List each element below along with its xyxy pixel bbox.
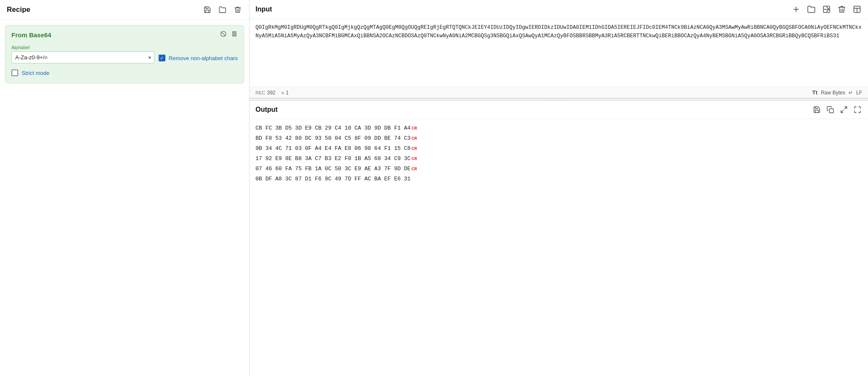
expand-icon bbox=[840, 106, 848, 113]
svg-rect-3 bbox=[235, 32, 236, 36]
clear-input-button[interactable] bbox=[837, 4, 847, 14]
output-content: CB FC 3B D5 3D E9 CB 29 C4 10 CA 3D 9D D… bbox=[250, 119, 868, 376]
recipe-header-icons bbox=[203, 5, 242, 14]
alphabet-select[interactable]: A-Za-z0-9+/= bbox=[11, 51, 154, 64]
newline-arrow-icon: ↵ bbox=[849, 90, 853, 96]
expand-output-button[interactable] bbox=[839, 105, 849, 114]
svg-rect-10 bbox=[830, 109, 834, 113]
cr-badge: CR bbox=[412, 134, 417, 143]
hex-values: 17 92 E9 8E B8 3A C7 B3 E2 F0 1B A5 68 3… bbox=[255, 154, 411, 164]
plus-icon bbox=[792, 5, 800, 14]
layout-toggle-button[interactable] bbox=[852, 4, 862, 14]
strict-mode-checkbox[interactable] bbox=[11, 69, 18, 76]
fullscreen-output-button[interactable] bbox=[853, 105, 862, 114]
open-input-button[interactable] bbox=[806, 4, 816, 14]
save-recipe-button[interactable] bbox=[203, 5, 212, 14]
add-input-button[interactable] bbox=[791, 4, 801, 14]
input-import-button[interactable] bbox=[821, 4, 832, 14]
input-footer-right: Tt Raw Bytes ↵ LF bbox=[812, 89, 862, 96]
copy-icon bbox=[827, 106, 834, 113]
alphabet-label: Alphabet bbox=[11, 45, 154, 50]
save-icon bbox=[203, 6, 211, 14]
cr-badge: CR bbox=[412, 155, 417, 163]
line-count-stat: ≡ 1 bbox=[281, 90, 288, 96]
remove-non-alpha-checkbox[interactable]: ✓ bbox=[159, 55, 165, 61]
remove-non-alpha-label[interactable]: Remove non-alphabet chars bbox=[169, 55, 238, 61]
hex-line: 0B DF A8 3C 87 D1 F6 9C 49 7D FF AC BA E… bbox=[255, 174, 862, 184]
trash-icon bbox=[234, 6, 242, 14]
line-count-value: 1 bbox=[286, 90, 289, 96]
newline-value: LF bbox=[856, 90, 862, 96]
cr-badge: CR bbox=[412, 165, 417, 173]
recipe-header: Recipe bbox=[0, 0, 249, 20]
hex-line: 07 46 60 FA 75 FB 1A 0C 50 3C E9 AE A3 7… bbox=[255, 164, 862, 174]
alphabet-wrapper: Alphabet A-Za-z0-9+/= ▾ bbox=[11, 45, 154, 64]
open-folder-button[interactable] bbox=[218, 5, 227, 14]
pause-operation-button[interactable] bbox=[231, 30, 238, 39]
left-panel: Recipe From Base64 bbox=[0, 0, 250, 376]
operation-title: From Base64 bbox=[11, 31, 51, 39]
remove-non-alpha-row: ✓ Remove non-alphabet chars bbox=[159, 55, 238, 61]
hex-line: 17 92 E9 8E B8 3A C7 B3 E2 F0 1B A5 68 3… bbox=[255, 154, 862, 164]
cr-badge: CR bbox=[412, 124, 417, 133]
operation-header: From Base64 bbox=[11, 30, 238, 39]
output-header-icons bbox=[812, 105, 862, 114]
operation-control-icons bbox=[220, 30, 238, 39]
output-section: Output CB FC 3B D5 3D E9 CB 29 C4 10 CA … bbox=[250, 101, 868, 376]
save-output-icon bbox=[813, 106, 821, 113]
copy-output-button[interactable] bbox=[826, 105, 835, 114]
encoding-value: Raw Bytes bbox=[821, 90, 845, 96]
rec-count-stat: REC 392 bbox=[255, 90, 275, 96]
hex-values: BD F8 53 42 80 DC 93 50 04 C5 8F 09 DD B… bbox=[255, 133, 411, 144]
pause-icon bbox=[231, 30, 238, 37]
layout-icon bbox=[853, 5, 861, 14]
output-header: Output bbox=[250, 101, 868, 119]
operation-card: From Base64 Alphabet A-Za-z0-9+/= ▾ bbox=[5, 25, 244, 83]
line-icon: ≡ bbox=[281, 90, 284, 95]
strict-mode-row: Strict mode bbox=[11, 69, 238, 76]
input-content[interactable]: Q0IgRkMgM0IgRDUgM0QgRTkgQ0IgMjkgQzQgMTAg… bbox=[250, 19, 868, 87]
input-text: Q0IgRkMgM0IgRDUgM0QgRTkgQ0IgMjkgQzQgMTAg… bbox=[255, 25, 862, 39]
tt-icon: Tt bbox=[812, 89, 817, 96]
delete-recipe-button[interactable] bbox=[233, 5, 242, 14]
rec-count-value: 392 bbox=[267, 90, 275, 96]
svg-rect-2 bbox=[233, 32, 234, 36]
disable-operation-button[interactable] bbox=[220, 30, 227, 39]
checkmark-icon: ✓ bbox=[160, 56, 164, 61]
rec-icon: REC bbox=[255, 90, 265, 95]
folder-open-icon bbox=[807, 5, 816, 14]
hex-line: CB FC 3B D5 3D E9 CB 29 C4 10 CA 3D 9D D… bbox=[255, 123, 862, 133]
hex-values: 07 46 60 FA 75 FB 1A 0C 50 3C E9 AE A3 7… bbox=[255, 164, 411, 174]
alphabet-select-container: A-Za-z0-9+/= ▾ bbox=[11, 51, 154, 64]
recipe-title: Recipe bbox=[7, 6, 30, 14]
import-icon bbox=[822, 5, 831, 14]
hex-values: CB FC 3B D5 3D E9 CB 29 C4 10 CA 3D 9D D… bbox=[255, 123, 411, 133]
svg-line-11 bbox=[845, 107, 847, 109]
input-title: Input bbox=[255, 6, 272, 13]
alphabet-field-row: Alphabet A-Za-z0-9+/= ▾ ✓ Remove non-alp… bbox=[11, 45, 238, 64]
trash-input-icon bbox=[838, 5, 846, 14]
hex-values: 9B 34 4C 71 03 0F A4 E4 FA E8 06 98 64 F… bbox=[255, 144, 411, 154]
input-section: Input Q0IgRkMgM0IgRDUgM0 bbox=[250, 0, 868, 98]
fullscreen-icon bbox=[854, 106, 861, 113]
input-header-icons bbox=[791, 4, 862, 14]
svg-line-1 bbox=[221, 32, 225, 36]
svg-line-12 bbox=[841, 111, 843, 113]
right-panel: Input Q0IgRkMgM0IgRDUgM0 bbox=[250, 0, 868, 376]
input-footer: REC 392 ≡ 1 Tt Raw Bytes ↵ LF bbox=[250, 87, 868, 98]
circle-slash-icon bbox=[220, 30, 227, 37]
output-title: Output bbox=[255, 106, 277, 113]
strict-mode-label[interactable]: Strict mode bbox=[22, 70, 49, 76]
cr-badge: CR bbox=[412, 144, 417, 153]
hex-line: BD F8 53 42 80 DC 93 50 04 C5 8F 09 DD B… bbox=[255, 133, 862, 144]
hex-line: 9B 34 4C 71 03 0F A4 E4 FA E8 06 98 64 F… bbox=[255, 144, 862, 154]
input-header: Input bbox=[250, 0, 868, 19]
hex-values: 0B DF A8 3C 87 D1 F6 9C 49 7D FF AC BA E… bbox=[255, 174, 411, 184]
folder-icon bbox=[219, 6, 226, 14]
save-output-button[interactable] bbox=[812, 105, 821, 114]
input-footer-left: REC 392 ≡ 1 bbox=[255, 90, 288, 96]
